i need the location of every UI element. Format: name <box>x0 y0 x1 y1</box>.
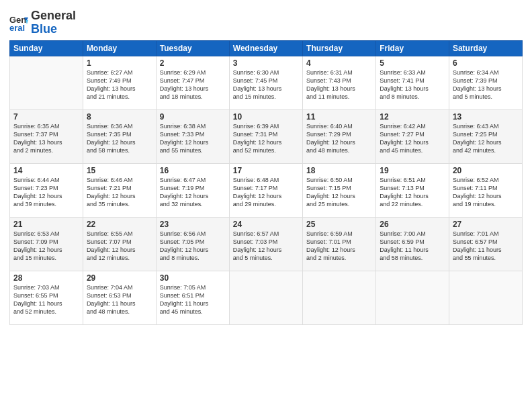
logo-icon: Gen eral <box>9 13 28 32</box>
day-number: 1 <box>87 58 152 68</box>
day-number: 28 <box>13 273 79 283</box>
day-info: Sunrise: 6:52 AM Sunset: 7:11 PM Dayligh… <box>453 176 519 209</box>
day-info: Sunrise: 6:30 AM Sunset: 7:45 PM Dayligh… <box>233 68 299 101</box>
day-number: 27 <box>453 220 519 229</box>
day-number: 21 <box>13 220 79 229</box>
logo-blue: Blue <box>31 22 57 36</box>
weekday-header-thursday: Thursday <box>303 40 376 56</box>
day-number: 20 <box>453 166 519 175</box>
day-number: 19 <box>380 166 445 175</box>
day-number: 9 <box>160 112 226 122</box>
logo: Gen eral General Blue <box>9 9 76 36</box>
day-number: 14 <box>13 166 79 175</box>
day-info: Sunrise: 6:57 AM Sunset: 7:03 PM Dayligh… <box>233 230 299 263</box>
day-info: Sunrise: 7:03 AM Sunset: 6:55 PM Dayligh… <box>13 283 79 316</box>
day-number: 3 <box>233 58 299 68</box>
week-row-1: 1Sunrise: 6:27 AM Sunset: 7:49 PM Daylig… <box>10 56 523 109</box>
day-number: 11 <box>306 112 372 122</box>
calendar-cell: 4Sunrise: 6:31 AM Sunset: 7:43 PM Daylig… <box>303 56 376 109</box>
calendar-cell: 23Sunrise: 6:56 AM Sunset: 7:05 PM Dayli… <box>156 217 229 271</box>
day-info: Sunrise: 6:33 AM Sunset: 7:41 PM Dayligh… <box>380 68 445 101</box>
day-number: 18 <box>306 166 372 175</box>
day-number: 5 <box>380 58 445 68</box>
day-number: 17 <box>233 166 299 175</box>
day-info: Sunrise: 6:46 AM Sunset: 7:21 PM Dayligh… <box>87 176 152 209</box>
weekday-header-monday: Monday <box>83 40 156 56</box>
day-info: Sunrise: 6:47 AM Sunset: 7:19 PM Dayligh… <box>160 176 226 209</box>
day-info: Sunrise: 7:04 AM Sunset: 6:53 PM Dayligh… <box>87 283 152 316</box>
calendar-cell: 26Sunrise: 7:00 AM Sunset: 6:59 PM Dayli… <box>376 217 449 271</box>
calendar-cell: 18Sunrise: 6:50 AM Sunset: 7:15 PM Dayli… <box>303 163 376 217</box>
calendar-cell <box>229 271 302 324</box>
weekday-header-sunday: Sunday <box>10 40 83 56</box>
day-info: Sunrise: 6:38 AM Sunset: 7:33 PM Dayligh… <box>160 122 226 155</box>
calendar-cell: 17Sunrise: 6:48 AM Sunset: 7:17 PM Dayli… <box>229 163 302 217</box>
day-info: Sunrise: 7:05 AM Sunset: 6:51 PM Dayligh… <box>160 283 226 316</box>
day-info: Sunrise: 6:48 AM Sunset: 7:17 PM Dayligh… <box>233 176 299 209</box>
day-number: 25 <box>306 220 372 229</box>
day-info: Sunrise: 6:31 AM Sunset: 7:43 PM Dayligh… <box>306 68 372 101</box>
weekday-header-friday: Friday <box>376 40 449 56</box>
day-number: 30 <box>160 273 226 283</box>
day-info: Sunrise: 6:43 AM Sunset: 7:25 PM Dayligh… <box>453 122 519 155</box>
calendar-cell: 7Sunrise: 6:35 AM Sunset: 7:37 PM Daylig… <box>10 109 83 163</box>
header: Gen eral General Blue <box>9 7 523 36</box>
day-number: 15 <box>87 166 152 175</box>
day-number: 7 <box>13 112 79 122</box>
calendar-table: SundayMondayTuesdayWednesdayThursdayFrid… <box>9 40 523 325</box>
day-info: Sunrise: 6:29 AM Sunset: 7:47 PM Dayligh… <box>160 68 226 101</box>
logo-general: General <box>31 9 76 22</box>
calendar-cell: 19Sunrise: 6:51 AM Sunset: 7:13 PM Dayli… <box>376 163 449 217</box>
calendar-cell: 1Sunrise: 6:27 AM Sunset: 7:49 PM Daylig… <box>83 56 156 109</box>
calendar-cell: 22Sunrise: 6:55 AM Sunset: 7:07 PM Dayli… <box>83 217 156 271</box>
day-number: 13 <box>453 112 519 122</box>
calendar-cell: 6Sunrise: 6:34 AM Sunset: 7:39 PM Daylig… <box>449 56 522 109</box>
week-row-2: 7Sunrise: 6:35 AM Sunset: 7:37 PM Daylig… <box>10 109 523 163</box>
day-number: 26 <box>380 220 445 229</box>
day-number: 8 <box>87 112 152 122</box>
weekday-header-saturday: Saturday <box>449 40 522 56</box>
day-info: Sunrise: 6:51 AM Sunset: 7:13 PM Dayligh… <box>380 176 445 209</box>
week-row-3: 14Sunrise: 6:44 AM Sunset: 7:23 PM Dayli… <box>10 163 523 217</box>
day-info: Sunrise: 6:59 AM Sunset: 7:01 PM Dayligh… <box>306 230 372 263</box>
day-info: Sunrise: 6:34 AM Sunset: 7:39 PM Dayligh… <box>453 68 519 101</box>
day-info: Sunrise: 6:53 AM Sunset: 7:09 PM Dayligh… <box>13 230 79 263</box>
day-info: Sunrise: 6:50 AM Sunset: 7:15 PM Dayligh… <box>306 176 372 209</box>
calendar-cell: 10Sunrise: 6:39 AM Sunset: 7:31 PM Dayli… <box>229 109 302 163</box>
day-info: Sunrise: 6:44 AM Sunset: 7:23 PM Dayligh… <box>13 176 79 209</box>
calendar-cell <box>303 271 376 324</box>
calendar-cell: 5Sunrise: 6:33 AM Sunset: 7:41 PM Daylig… <box>376 56 449 109</box>
day-number: 23 <box>160 220 226 229</box>
calendar-cell: 9Sunrise: 6:38 AM Sunset: 7:33 PM Daylig… <box>156 109 229 163</box>
calendar-cell: 29Sunrise: 7:04 AM Sunset: 6:53 PM Dayli… <box>83 271 156 324</box>
calendar-cell: 11Sunrise: 6:40 AM Sunset: 7:29 PM Dayli… <box>303 109 376 163</box>
calendar-cell: 13Sunrise: 6:43 AM Sunset: 7:25 PM Dayli… <box>449 109 522 163</box>
day-number: 10 <box>233 112 299 122</box>
week-row-5: 28Sunrise: 7:03 AM Sunset: 6:55 PM Dayli… <box>10 271 523 324</box>
day-info: Sunrise: 6:27 AM Sunset: 7:49 PM Dayligh… <box>87 68 152 101</box>
day-info: Sunrise: 6:35 AM Sunset: 7:37 PM Dayligh… <box>13 122 79 155</box>
day-number: 29 <box>87 273 152 283</box>
calendar-cell <box>449 271 522 324</box>
calendar-cell: 21Sunrise: 6:53 AM Sunset: 7:09 PM Dayli… <box>10 217 83 271</box>
calendar-cell <box>376 271 449 324</box>
svg-text:eral: eral <box>9 23 25 32</box>
day-info: Sunrise: 7:01 AM Sunset: 6:57 PM Dayligh… <box>453 230 519 263</box>
day-info: Sunrise: 6:42 AM Sunset: 7:27 PM Dayligh… <box>380 122 445 155</box>
calendar-cell: 20Sunrise: 6:52 AM Sunset: 7:11 PM Dayli… <box>449 163 522 217</box>
calendar-cell: 24Sunrise: 6:57 AM Sunset: 7:03 PM Dayli… <box>229 217 302 271</box>
day-number: 12 <box>380 112 445 122</box>
week-row-4: 21Sunrise: 6:53 AM Sunset: 7:09 PM Dayli… <box>10 217 523 271</box>
calendar-cell: 8Sunrise: 6:36 AM Sunset: 7:35 PM Daylig… <box>83 109 156 163</box>
weekday-header-wednesday: Wednesday <box>229 40 302 56</box>
calendar-cell: 3Sunrise: 6:30 AM Sunset: 7:45 PM Daylig… <box>229 56 302 109</box>
calendar-cell: 2Sunrise: 6:29 AM Sunset: 7:47 PM Daylig… <box>156 56 229 109</box>
day-info: Sunrise: 7:00 AM Sunset: 6:59 PM Dayligh… <box>380 230 445 263</box>
calendar-cell: 25Sunrise: 6:59 AM Sunset: 7:01 PM Dayli… <box>303 217 376 271</box>
calendar-cell: 30Sunrise: 7:05 AM Sunset: 6:51 PM Dayli… <box>156 271 229 324</box>
day-number: 22 <box>87 220 152 229</box>
calendar-cell: 14Sunrise: 6:44 AM Sunset: 7:23 PM Dayli… <box>10 163 83 217</box>
day-info: Sunrise: 6:36 AM Sunset: 7:35 PM Dayligh… <box>87 122 152 155</box>
day-number: 24 <box>233 220 299 229</box>
day-info: Sunrise: 6:56 AM Sunset: 7:05 PM Dayligh… <box>160 230 226 263</box>
